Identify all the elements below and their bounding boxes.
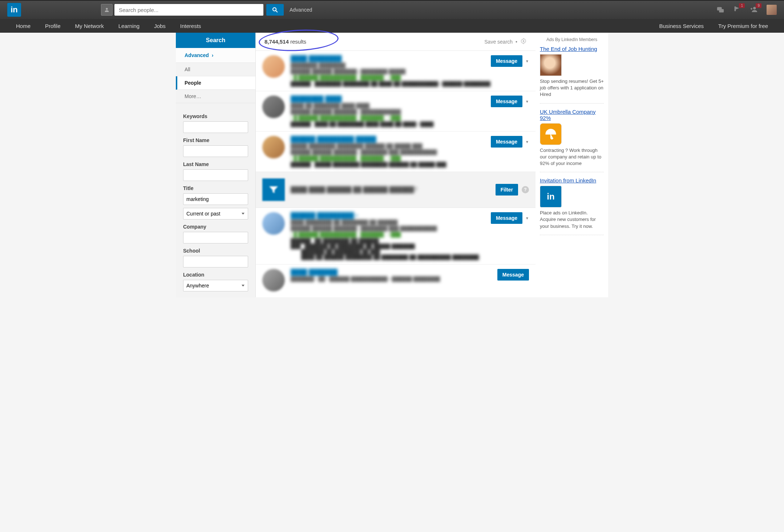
ad-card[interactable]: The End of Job Hunting Stop sending resu… bbox=[540, 46, 604, 104]
dropdown-caret-icon[interactable]: ▼ bbox=[525, 59, 529, 63]
result-avatar[interactable] bbox=[262, 136, 285, 158]
location-label: Location bbox=[183, 272, 248, 278]
results-count: 8,744,514 results bbox=[264, 39, 306, 45]
separator-dot: • bbox=[516, 39, 517, 45]
nav-bar: Home Profile My Network Learning Jobs In… bbox=[0, 19, 784, 33]
dropdown-caret-icon[interactable]: ▼ bbox=[525, 216, 529, 220]
nav-interests[interactable]: Interests bbox=[173, 23, 209, 29]
ad-title[interactable]: UK Umbrella Company 92% bbox=[540, 109, 604, 121]
message-button[interactable]: Message bbox=[491, 136, 522, 148]
title-scope-select[interactable] bbox=[183, 208, 248, 219]
ad-image: in bbox=[540, 186, 562, 207]
sidebar-filter-more[interactable]: More… bbox=[176, 90, 255, 103]
save-search-link[interactable]: Save search bbox=[484, 39, 513, 45]
result-avatar[interactable] bbox=[262, 55, 285, 78]
messages-icon[interactable] bbox=[716, 5, 724, 15]
notifications-badge: 1 bbox=[739, 3, 745, 8]
school-label: School bbox=[183, 248, 248, 254]
right-rail: Ads By LinkedIn Members The End of Job H… bbox=[536, 33, 608, 297]
filter-button[interactable]: Filter bbox=[496, 184, 518, 196]
sidebar-filter-people[interactable]: People bbox=[176, 76, 255, 90]
first-name-input[interactable] bbox=[183, 145, 248, 157]
title-input[interactable] bbox=[183, 193, 248, 205]
top-bar: in Advanced 1 9 bbox=[0, 0, 784, 19]
result-avatar[interactable] bbox=[262, 96, 285, 118]
dropdown-caret-icon[interactable]: ▼ bbox=[525, 100, 529, 104]
title-label: Title bbox=[183, 185, 248, 191]
filter-icon bbox=[262, 178, 285, 201]
results-header: 8,744,514 results Save search • bbox=[256, 33, 536, 51]
ad-image bbox=[540, 54, 562, 76]
gear-icon[interactable] bbox=[520, 38, 527, 45]
sidebar-form: Keywords First Name Last Name Title Comp… bbox=[176, 103, 255, 297]
result-body: ████████ ████ ████ ██ ████████ ████ ████… bbox=[291, 96, 491, 127]
top-icons: 1 9 bbox=[716, 5, 777, 15]
company-input[interactable] bbox=[183, 232, 248, 243]
nav-try-premium[interactable]: Try Premium for free bbox=[711, 23, 775, 29]
svg-point-7 bbox=[523, 40, 525, 42]
last-name-label: Last Name bbox=[183, 161, 248, 167]
result-item[interactable]: ██████ █████████ █████ █████ ████████ ██… bbox=[256, 132, 536, 172]
save-search-group: Save search • bbox=[484, 38, 527, 45]
result-body: ████ ███████ ███████ ▪ ██ ▪ ██████ █████… bbox=[291, 269, 497, 282]
dropdown-caret-icon[interactable]: ▼ bbox=[525, 140, 529, 144]
search-type-picker[interactable] bbox=[101, 4, 113, 16]
ad-title[interactable]: Invitation from LinkedIn bbox=[540, 177, 604, 184]
search-icon bbox=[272, 7, 278, 13]
nav-my-network[interactable]: My Network bbox=[68, 23, 111, 29]
connections-badge: 9 bbox=[756, 3, 761, 8]
result-body: ████ ████████ ████████ ████████ ██████ █… bbox=[291, 55, 491, 86]
result-item[interactable]: ████ ████████ ████████ ████████ ██████ █… bbox=[256, 51, 536, 91]
result-avatar[interactable] bbox=[262, 212, 285, 235]
linkedin-logo[interactable]: in bbox=[7, 3, 21, 17]
message-button[interactable]: Message bbox=[491, 212, 522, 224]
nav-profile[interactable]: Profile bbox=[38, 23, 68, 29]
location-select[interactable] bbox=[183, 280, 248, 291]
advanced-search-link[interactable]: Advanced bbox=[290, 7, 312, 13]
result-body: ██████ █████████ █████ █████ ████████ ██… bbox=[291, 136, 491, 167]
nav-home[interactable]: Home bbox=[9, 23, 38, 29]
ad-title[interactable]: The End of Job Hunting bbox=[540, 46, 604, 52]
add-connection-icon[interactable]: 9 bbox=[750, 5, 758, 15]
search-button[interactable] bbox=[266, 4, 284, 16]
sidebar-search-header: Search bbox=[176, 33, 255, 48]
help-icon[interactable]: ? bbox=[522, 186, 529, 193]
message-button[interactable]: Message bbox=[491, 55, 522, 67]
ad-card[interactable]: Invitation from LinkedIn in Place ads on… bbox=[540, 177, 604, 235]
results-count-suffix: results bbox=[289, 39, 306, 45]
results-main: 8,744,514 results Save search • ████ ███… bbox=[256, 33, 536, 297]
ad-card[interactable]: UK Umbrella Company 92% Contracting ? Wo… bbox=[540, 109, 604, 173]
result-item[interactable]: ████ ███████ ███████ ▪ ██ ▪ ██████ █████… bbox=[256, 265, 536, 296]
result-item[interactable]: ██████ █████████ ▪ ████ ████████ ██ ████… bbox=[256, 208, 536, 265]
last-name-input[interactable] bbox=[183, 169, 248, 181]
search-group: Advanced bbox=[101, 4, 312, 16]
svg-point-6 bbox=[753, 7, 756, 9]
ad-text: Stop sending resumes! Get 5+ job offers … bbox=[540, 78, 604, 98]
nav-business-services[interactable]: Business Services bbox=[652, 23, 711, 29]
search-input[interactable] bbox=[114, 4, 263, 16]
sidebar-advanced-label: Advanced bbox=[185, 52, 209, 58]
sidebar-filter-all[interactable]: All bbox=[176, 63, 255, 76]
first-name-label: First Name bbox=[183, 137, 248, 143]
sidebar-advanced-link[interactable]: Advanced › bbox=[176, 48, 255, 63]
svg-point-0 bbox=[106, 8, 108, 10]
svg-line-2 bbox=[276, 11, 278, 12]
svg-rect-5 bbox=[735, 6, 736, 11]
keywords-label: Keywords bbox=[183, 113, 248, 119]
notifications-icon[interactable]: 1 bbox=[733, 5, 741, 15]
nav-learning[interactable]: Learning bbox=[111, 23, 147, 29]
filter-suggestion-text: ████ ████ ██████ ██ ██████ ██████? bbox=[291, 186, 496, 193]
main-container: Search Advanced › All People More… Keywo… bbox=[176, 33, 608, 297]
result-item[interactable]: ████████ ████ ████ ██ ████████ ████ ████… bbox=[256, 91, 536, 132]
user-avatar[interactable] bbox=[767, 5, 777, 15]
school-input[interactable] bbox=[183, 256, 248, 267]
nav-jobs[interactable]: Jobs bbox=[147, 23, 173, 29]
ad-image bbox=[540, 123, 562, 145]
results-count-number: 8,744,514 bbox=[264, 39, 289, 45]
keywords-input[interactable] bbox=[183, 121, 248, 133]
message-button[interactable]: Message bbox=[491, 96, 522, 107]
result-avatar[interactable] bbox=[262, 269, 285, 291]
company-label: Company bbox=[183, 224, 248, 230]
result-body: ██████ █████████ ▪ ████ ████████ ██ ████… bbox=[291, 212, 491, 260]
message-button[interactable]: Message bbox=[497, 269, 529, 281]
